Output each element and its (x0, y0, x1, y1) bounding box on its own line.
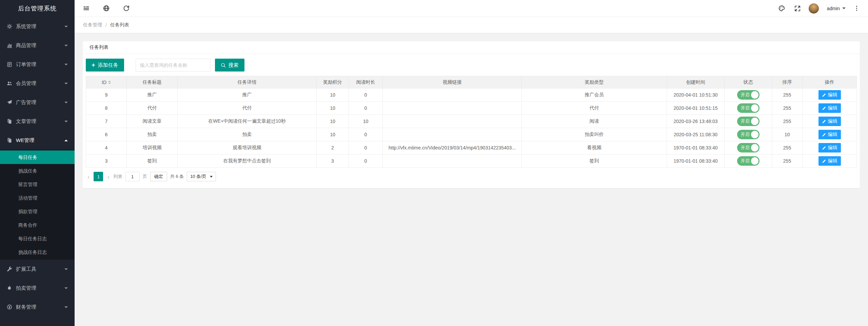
sidebar-subitem[interactable]: 每日任务日志 (0, 232, 75, 245)
edit-button[interactable]: 编辑 (818, 156, 841, 166)
bar-chart-icon (7, 43, 12, 48)
toggle-knob (751, 91, 758, 99)
sidebar-item[interactable]: 系统管理 (0, 17, 75, 36)
cell-id: 9 (86, 88, 127, 102)
fullscreen-icon[interactable] (794, 5, 801, 12)
we-file-icon (7, 138, 12, 143)
next-page-icon[interactable]: › (106, 174, 110, 180)
cell-id: 8 (86, 102, 127, 115)
chevron-up-icon (64, 140, 68, 141)
search-label: 搜索 (229, 62, 239, 68)
sidebar-item[interactable]: 订单管理 (0, 55, 75, 74)
edit-label: 编辑 (828, 145, 837, 151)
chevron-down-icon (64, 45, 68, 46)
edit-label: 编辑 (828, 158, 837, 164)
cell-detail: 代付 (178, 102, 317, 115)
page-number-current[interactable]: 1 (94, 172, 103, 181)
cell-id: 3 (86, 155, 127, 168)
sidebar-subitem[interactable]: 捐款管理 (0, 205, 75, 218)
edit-button[interactable]: 编辑 (818, 143, 841, 152)
sidebar-item[interactable]: 广告管理 (0, 93, 75, 112)
edit-button[interactable]: 编辑 (818, 90, 841, 100)
table-header-row: ID任务标题任务详情奖励积分阅读时长视频链接奖励类型创建时间状态排序操作 (86, 76, 857, 88)
sidebar-item[interactable]: 会员管理 (0, 74, 75, 93)
cell-read_time: 0 (349, 102, 383, 115)
cell-title: 推广 (127, 88, 178, 102)
task-table: ID任务标题任务详情奖励积分阅读时长视频链接奖励类型创建时间状态排序操作 9推广… (86, 76, 857, 168)
cell-created: 2020-03-26 13:48:03 (667, 115, 725, 128)
column-header[interactable]: ID (86, 76, 127, 88)
page-size-select[interactable]: 10 条/页 (187, 172, 216, 181)
breadcrumb-section[interactable]: 任务管理 (83, 22, 102, 28)
add-task-button[interactable]: + 添加任务 (86, 59, 124, 72)
sort-icon[interactable] (108, 81, 111, 84)
edit-button[interactable]: 编辑 (818, 130, 841, 139)
sidebar-subitem[interactable]: 每日任务 (0, 150, 75, 164)
paper-plane-icon (7, 100, 12, 105)
sidebar-item[interactable]: 财务管理 (0, 298, 75, 317)
sidebar-subitem[interactable]: 留言管理 (0, 178, 75, 191)
sidebar-item[interactable]: WE管理 (0, 131, 75, 150)
collapse-menu-icon[interactable] (83, 5, 90, 12)
edit-label: 编辑 (828, 118, 837, 124)
task-list-card: 任务列表 + 添加任务 搜索 (83, 41, 860, 188)
edit-button[interactable]: 编辑 (818, 103, 841, 113)
sidebar-subitem[interactable]: 挑战任务日志 (0, 245, 75, 259)
sidebar-item-label: 财务管理 (16, 304, 64, 310)
column-header: 状态 (725, 76, 772, 88)
cell-sort_order: 255 (772, 115, 803, 128)
wrench-icon (7, 266, 12, 272)
cell-reward_type: 签到 (522, 155, 667, 168)
prev-page-icon[interactable]: ‹ (86, 174, 91, 180)
status-toggle[interactable]: 开启 (737, 156, 760, 166)
edit-button[interactable]: 编辑 (818, 117, 841, 126)
cell-points: 3 (317, 155, 349, 168)
sidebar-item[interactable]: 扩展工具 (0, 260, 75, 279)
cell-created: 1970-01-01 08:33:40 (667, 141, 725, 155)
sidebar-item[interactable]: 商品管理 (0, 36, 75, 55)
goto-confirm-button[interactable]: 确定 (150, 172, 167, 181)
search-button[interactable]: 搜索 (215, 59, 244, 72)
sidebar-submenu: 每日任务挑战任务留言管理活动管理捐款管理商务合作每日任务日志挑战任务日志 (0, 150, 75, 260)
cell-status: 开启 (725, 155, 772, 168)
users-icon (7, 81, 12, 86)
cell-created: 1970-01-01 08:33:40 (667, 155, 725, 168)
refresh-icon[interactable] (123, 5, 130, 12)
user-menu[interactable]: admin (827, 6, 846, 11)
status-toggle[interactable]: 开启 (737, 143, 760, 152)
globe-icon[interactable] (103, 5, 110, 12)
avatar[interactable] (809, 3, 819, 14)
add-task-label: 添加任务 (98, 62, 118, 68)
cell-id: 4 (86, 141, 127, 155)
cell-created: 2020-04-01 10:51:30 (667, 88, 725, 102)
table-row: 7阅读文章在WE+中阅读任何一遍文章超过10秒1010阅读2020-03-26 … (86, 115, 857, 128)
goto-page-input[interactable] (125, 172, 140, 181)
sidebar-subitem[interactable]: 活动管理 (0, 191, 75, 205)
palette-icon[interactable] (778, 5, 785, 12)
chevron-down-icon (64, 26, 68, 27)
article-copy-icon (7, 119, 12, 124)
cell-reward_type: 代付 (522, 102, 667, 115)
status-label: 开启 (741, 118, 750, 124)
chevron-down-icon (64, 306, 68, 308)
more-icon[interactable] (854, 5, 860, 11)
cell-action: 编辑 (803, 141, 857, 155)
cell-points: 10 (317, 115, 349, 128)
sidebar-item[interactable]: 文章管理 (0, 112, 75, 131)
sidebar-subitem[interactable]: 挑战任务 (0, 164, 75, 178)
cell-created: 2020-04-01 10:51:15 (667, 102, 725, 115)
sidebar-item[interactable]: 拍卖管理 (0, 279, 75, 298)
cell-video (383, 115, 522, 128)
status-toggle[interactable]: 开启 (737, 90, 760, 100)
status-toggle[interactable]: 开启 (737, 130, 760, 139)
sidebar-item-label: 拍卖管理 (16, 285, 64, 291)
cell-read_time: 0 (349, 155, 383, 168)
status-toggle[interactable]: 开启 (737, 117, 760, 126)
sidebar-subitem[interactable]: 商务合作 (0, 218, 75, 232)
cell-detail: 拍卖 (178, 128, 317, 141)
sidebar-item-label: 会员管理 (16, 80, 64, 87)
cell-points: 10 (317, 88, 349, 102)
cell-title: 培训视频 (127, 141, 178, 155)
status-toggle[interactable]: 开启 (737, 103, 760, 113)
search-input[interactable] (136, 59, 211, 72)
